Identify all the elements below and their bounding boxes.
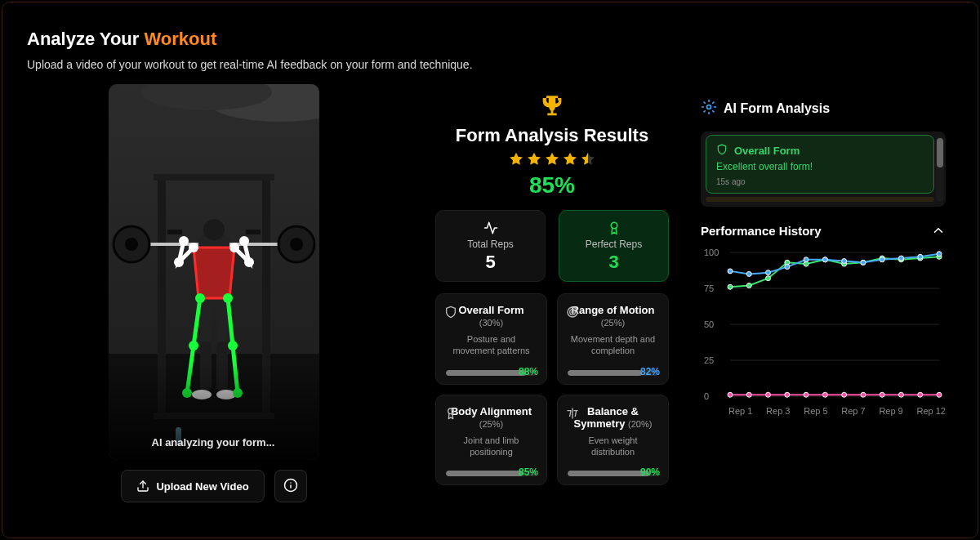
metric-pct: 88% [519,366,538,377]
upload-icon [136,480,149,493]
chart-ytick: 0 [704,391,709,401]
metric-weight: (25%) [601,318,625,328]
page-title: Analyze Your Workout [27,29,216,50]
results-heading: Form Analysis Results [435,125,669,146]
svg-point-77 [728,392,733,397]
metric-pct: 82% [640,366,660,377]
svg-point-28 [244,257,254,267]
feedback-item: Overall Form Excellent overall form! 15s… [706,135,934,194]
svg-point-44 [570,310,576,315]
svg-point-66 [746,271,751,276]
award-icon [559,221,668,235]
performance-chart: 0255075100Rep 1Rep 3Rep 5Rep 7Rep 9Rep 1… [701,246,946,416]
metric-weight: (30%) [479,318,503,328]
svg-point-25 [189,243,198,252]
chart-xtick: Rep 5 [804,406,827,416]
feedback-list[interactable]: Overall Form Excellent overall form! 15s… [701,132,946,207]
svg-point-55 [766,276,771,281]
svg-point-32 [223,293,233,303]
feedback-title: Overall Form [734,145,800,157]
star-icon [526,151,542,167]
metric-desc: Posture and movement patterns [446,333,537,357]
ai-analysis-heading: AI Form Analysis [724,101,830,116]
svg-point-30 [239,236,249,246]
chart-ytick: 50 [704,319,714,329]
metric-card: Range of Motion (25%) Movement depth and… [557,293,669,385]
metric-pct: 85% [519,466,538,478]
star-rating [435,151,669,167]
overall-score: 85% [435,172,669,199]
activity-icon [436,221,545,235]
scrollbar-thumb[interactable] [937,138,943,167]
svg-point-31 [195,293,205,303]
chart-ytick: 75 [704,283,714,293]
chart-ytick: 25 [704,355,714,365]
chart-xtick: Rep 12 [916,406,945,416]
perfect-reps-label: Perfect Reps [559,239,668,250]
svg-point-53 [728,284,733,289]
svg-point-68 [785,265,790,270]
performance-history-heading: Performance History [701,224,822,238]
chart-xtick: Rep 7 [841,406,865,416]
target-icon [566,306,579,322]
scrollbar[interactable] [936,136,944,202]
metric-desc: Movement depth and completion [568,333,658,357]
metric-card: Body Alignment (25%) Joint and limb posi… [435,395,547,486]
metric-title: Balance & Symmetry (20%) [568,405,658,430]
award-icon [444,407,457,423]
svg-point-86 [898,392,903,397]
feedback-time: 15s ago [716,177,924,186]
video-preview: AI analyzing your form... [109,84,319,460]
shield-icon [444,306,457,322]
analysis-status-text: AI analyzing your form... [109,436,319,449]
chart-ytick: 100 [704,248,719,257]
chevron-up-icon [931,223,946,238]
chart-xtick: Rep 3 [766,406,790,416]
svg-marker-24 [194,248,234,298]
svg-point-27 [174,257,184,267]
info-button[interactable] [274,470,307,502]
svg-point-26 [229,243,239,252]
svg-point-76 [937,252,942,257]
page-title-pre: Analyze Your [27,29,144,49]
perfect-reps-value: 3 [559,252,668,273]
star-icon [544,151,560,167]
svg-point-47 [707,105,711,109]
metric-desc: Joint and limb positioning [446,435,537,458]
star-icon [562,151,578,167]
upload-new-video-button[interactable]: Upload New Video [121,470,264,502]
perfect-reps-card: Perfect Reps 3 [559,210,669,282]
metric-card: Overall Form (30%) Posture and movement … [435,293,547,385]
svg-point-82 [822,392,827,397]
metric-title: Overall Form (30%) [446,304,537,328]
svg-point-78 [746,392,751,397]
scale-icon [566,407,579,423]
svg-point-67 [766,270,771,275]
page-subtitle: Upload a video of your workout to get re… [27,58,473,71]
star-icon [508,151,524,167]
metric-weight: (20%) [628,419,652,429]
metric-pct: 90% [640,466,660,478]
feedback-msg: Excellent overall form! [716,161,924,172]
metric-card: Balance & Symmetry (20%) Even weight dis… [557,395,669,486]
trophy-icon [435,92,669,120]
upload-button-label: Upload New Video [156,480,248,493]
svg-point-79 [766,392,771,397]
svg-point-43 [568,307,577,317]
svg-point-74 [898,256,903,261]
svg-point-71 [842,259,847,264]
svg-point-69 [804,257,808,262]
svg-point-33 [189,341,198,350]
info-icon [283,478,298,495]
svg-point-54 [746,283,751,288]
metric-title: Body Alignment (25%) [446,405,537,430]
svg-point-65 [728,269,733,274]
brain-icon [701,99,717,118]
collapse-button[interactable] [931,223,946,238]
svg-point-34 [228,341,238,350]
page-title-accent: Workout [144,29,216,49]
svg-point-72 [861,260,866,265]
svg-point-87 [918,392,923,397]
svg-point-45 [572,311,573,313]
total-reps-label: Total Reps [436,239,545,250]
